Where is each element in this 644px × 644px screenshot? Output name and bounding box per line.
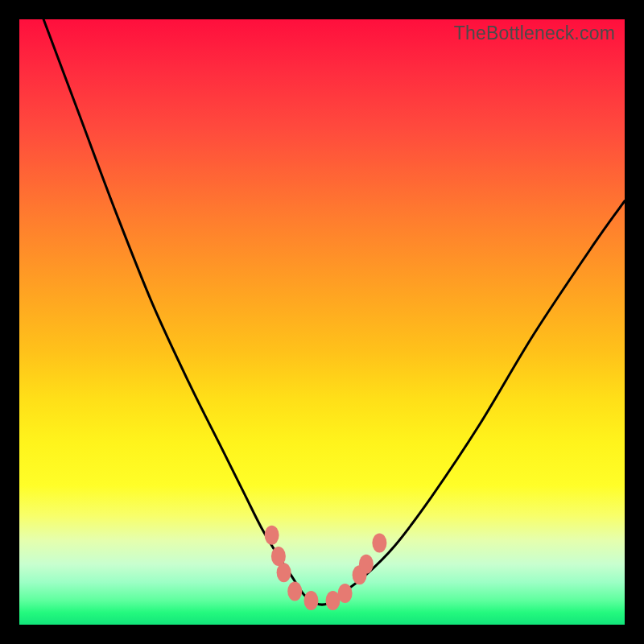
- chart-frame: TheBottleneck.com: [0, 0, 644, 644]
- curve-marker: [265, 526, 279, 545]
- curve-marker: [277, 563, 291, 582]
- curve-marker: [338, 584, 353, 603]
- curve-marker: [287, 582, 302, 601]
- chart-plot-area: TheBottleneck.com: [19, 19, 625, 625]
- curve-marker: [304, 591, 319, 610]
- curve-marker: [372, 534, 386, 553]
- bottleneck-curve-line: [43, 19, 625, 605]
- curve-markers-group: [265, 526, 387, 610]
- bottleneck-curve-svg: [19, 19, 625, 625]
- curve-marker: [359, 555, 374, 574]
